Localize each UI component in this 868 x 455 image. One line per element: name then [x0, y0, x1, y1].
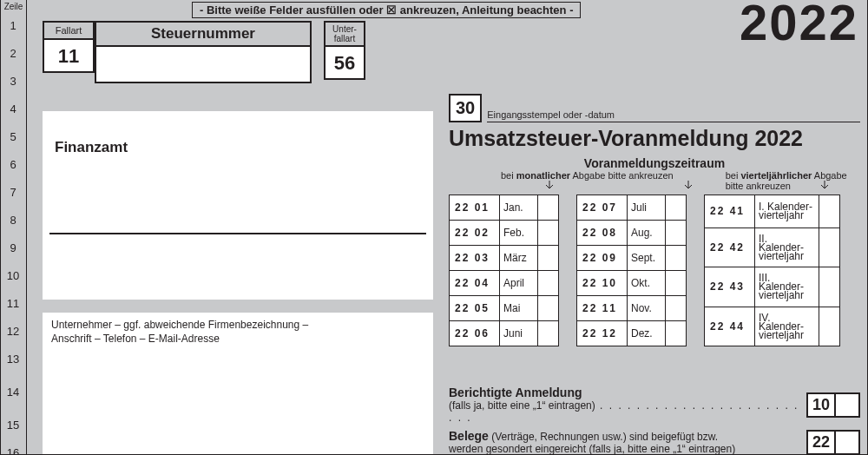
month-checkbox[interactable]	[666, 321, 687, 346]
berichtigte-heading: Berichtigte Anmeldung	[449, 386, 582, 399]
unterfallart-value[interactable]: 56	[324, 47, 365, 80]
period-heading: Voranmeldungszeitraum	[449, 156, 860, 170]
fallart-value[interactable]: 11	[43, 40, 95, 73]
month-checkbox[interactable]	[666, 195, 687, 221]
stamp-row: 30 Eingangsstempel oder -datum	[449, 94, 860, 122]
berichtigte-row: Berichtigte Anmeldung (falls ja, bitte e…	[449, 386, 860, 424]
zeile-9: 9	[1, 241, 25, 254]
belege-line2: werden gesondert eingereicht (falls ja, …	[449, 443, 735, 455]
form-page: Zeile 1 2 3 4 5 6 7 8 9 10 11 12 13 14 1…	[0, 0, 868, 455]
zeile-1: 1	[1, 19, 25, 32]
berichtigte-code-box: 10	[806, 392, 860, 418]
month-code: 22 06	[450, 321, 500, 346]
monthly-note-bold: monatlicher	[516, 170, 570, 181]
period-subheading: bei monatlicher Abgabe bitte ankreuzen b…	[449, 170, 860, 193]
belege-field[interactable]	[836, 432, 858, 453]
month-checkbox[interactable]	[666, 296, 687, 321]
month-label: Nov.	[628, 296, 666, 321]
zeile-4: 4	[1, 102, 25, 115]
berichtigte-subtext: (falls ja, bitte eine „1“ eintragen)	[449, 399, 799, 424]
finanzamt-label: Finanzamt	[43, 111, 433, 156]
month-label: Juni	[500, 321, 538, 346]
quarter-checkbox[interactable]	[819, 195, 840, 228]
month-code: 22 09	[577, 246, 628, 271]
month-label: Feb.	[500, 221, 538, 246]
zeile-13: 13	[1, 353, 25, 366]
finanzamt-underline	[49, 233, 426, 234]
zeile-15: 15	[1, 419, 25, 432]
zeile-7: 7	[1, 186, 25, 199]
berichtigte-field[interactable]	[836, 394, 858, 416]
quarter-label: IV. Kalender- vierteljahr	[755, 307, 819, 346]
belege-row: Belege (Verträge, Rechnungen usw.) sind …	[449, 429, 860, 455]
month-checkbox[interactable]	[666, 271, 687, 296]
month-code: 22 05	[450, 296, 500, 321]
quarter-label: II. Kalender- vierteljahr	[755, 228, 819, 267]
belege-code: 22	[808, 432, 836, 453]
month-label: Juli	[628, 195, 666, 221]
unterfallart-label-l2: fallart	[334, 34, 355, 43]
belege-heading: Belege	[449, 429, 489, 443]
month-code: 22 11	[577, 296, 628, 321]
unternehmer-caption-l1: Unternehmer – ggf. abweichende Firmenbez…	[51, 319, 308, 331]
quarters-table: 22 41I. Kalender- vierteljahr 22 42II. K…	[704, 195, 840, 346]
zeile-2: 2	[1, 47, 25, 60]
month-code: 22 12	[577, 321, 628, 346]
quarter-code: 22 41	[705, 195, 755, 228]
zeile-6: 6	[1, 158, 25, 171]
month-checkbox[interactable]	[538, 246, 559, 271]
quarter-code: 22 43	[705, 267, 755, 307]
month-checkbox[interactable]	[538, 271, 559, 296]
unterfallart-label-l1: Unter-	[332, 24, 357, 34]
month-label: Aug.	[628, 221, 666, 246]
zeile-3: 3	[1, 75, 25, 88]
zeile-12: 12	[1, 325, 25, 338]
quarter-checkbox[interactable]	[819, 267, 840, 307]
form-year: 2022	[740, 0, 858, 51]
finanzamt-panel[interactable]: Finanzamt	[43, 111, 433, 300]
quarter-checkbox[interactable]	[819, 228, 840, 267]
zeile-10: 10	[1, 269, 25, 282]
month-code: 22 03	[450, 246, 500, 271]
unternehmer-caption: Unternehmer – ggf. abweichende Firmenbez…	[43, 313, 433, 346]
month-label: März	[500, 246, 538, 271]
quarterly-note-l2: bitte ankreuzen	[726, 181, 791, 191]
month-label: Jan.	[500, 195, 538, 221]
zeile-5: 5	[1, 130, 25, 143]
quarterly-note-post: Abgabe	[812, 170, 846, 181]
month-checkbox[interactable]	[538, 321, 559, 346]
arrow-down-icon	[544, 181, 555, 191]
steuernummer-label: Steuernummer	[95, 21, 312, 47]
month-label: Okt.	[628, 271, 666, 296]
unterfallart-label: Unter- fallart	[324, 21, 365, 47]
month-checkbox[interactable]	[538, 221, 559, 246]
month-checkbox[interactable]	[538, 296, 559, 321]
months-table-2: 22 07Juli 22 08Aug. 22 09Sept. 22 10Okt.…	[576, 195, 687, 346]
unternehmer-panel[interactable]: Unternehmer – ggf. abweichende Firmenbez…	[43, 313, 433, 455]
stamp-label: Eingangsstempel oder -datum	[487, 109, 860, 122]
month-label: Sept.	[628, 246, 666, 271]
steuernummer-field[interactable]	[95, 47, 312, 83]
unternehmer-caption-l2: Anschrift – Telefon – E-Mail-Adresse	[51, 333, 220, 345]
quarter-checkbox[interactable]	[819, 307, 840, 346]
bottom-section: Berichtigte Anmeldung (falls ja, bitte e…	[449, 386, 860, 455]
zeile-heading: Zeile	[1, 0, 26, 11]
month-checkbox[interactable]	[666, 246, 687, 271]
right-column: 30 Eingangsstempel oder -datum Umsatzste…	[449, 94, 860, 346]
month-checkbox[interactable]	[666, 221, 687, 246]
arrow-down-icon	[819, 181, 830, 191]
quarter-code: 22 44	[705, 307, 755, 346]
zeile-11: 11	[1, 297, 25, 310]
month-code: 22 07	[577, 195, 628, 221]
quarterly-note-pre: bei	[726, 170, 741, 181]
arrow-down-icon	[683, 181, 694, 191]
header-block: Fallart 11 Steuernummer Unter- fallart 5…	[43, 21, 365, 83]
instruction-banner: - Bitte weiße Felder ausfüllen oder ☒ an…	[192, 2, 581, 18]
period-tables: 22 01Jan. 22 02Feb. 22 03März 22 04April…	[449, 195, 860, 346]
quarter-label: I. Kalender- vierteljahr	[755, 195, 819, 228]
zeile-14: 14	[1, 386, 25, 399]
month-code: 22 10	[577, 271, 628, 296]
belege-code-box: 22	[806, 430, 860, 455]
month-checkbox[interactable]	[538, 195, 559, 221]
month-code: 22 04	[450, 271, 500, 296]
